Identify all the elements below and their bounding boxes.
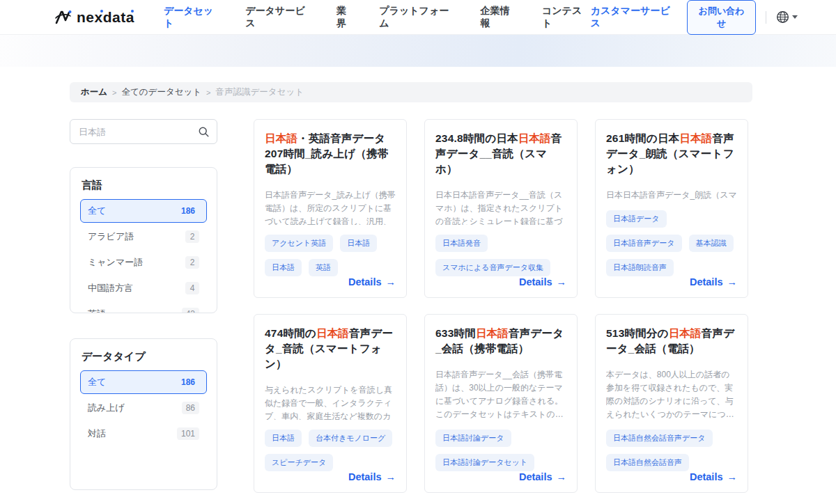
dataset-tags: 日本語討論データ 日本語討論データセット xyxy=(435,430,566,471)
breadcrumb-current: 音声認識データセット xyxy=(216,86,304,98)
dataset-title: 633時間日本語音声データ_会話（携帯電話） xyxy=(435,326,566,356)
filter-count: 101 xyxy=(177,427,199,440)
details-link[interactable]: Details → xyxy=(690,471,737,482)
language-filter-burmese[interactable]: ミャンマー語 2 xyxy=(80,251,207,274)
dataset-tag[interactable]: 日本語データ xyxy=(606,210,667,228)
details-link[interactable]: Details → xyxy=(348,276,396,288)
dataset-card[interactable]: 513時間分の日本語音声データ_会話（電話） 本データは、800人以上の話者の参… xyxy=(595,314,748,493)
filter-sidebar: 言語 全て 186 アラビア語 2 ミャンマー語 2 中国語方言 4 xyxy=(70,119,217,493)
dataset-tag[interactable]: 日本語音声データ xyxy=(606,235,682,252)
datatype-filter-panel: データタイプ 全て 186 読み上げ 86 対話 101 xyxy=(70,338,217,490)
datatype-filter-title: データタイプ xyxy=(82,350,207,363)
header-right: カスタマーサービス お問い合わせ xyxy=(591,0,798,35)
nav-item-datasets[interactable]: データセット xyxy=(164,5,222,30)
details-link[interactable]: Details → xyxy=(519,276,566,288)
nav-item-industries[interactable]: 業界 xyxy=(336,5,355,30)
dataset-tag[interactable]: 台本付きモノローグ xyxy=(309,430,392,447)
filter-count: 86 xyxy=(182,402,199,414)
highlighted-keyword: 日本語 xyxy=(316,327,349,339)
dataset-tags: 日本語発音 スマホによる音声データ収集 xyxy=(435,235,566,276)
dataset-tag[interactable]: 日本語 xyxy=(265,259,302,276)
main-nav: データセット データサービス 業界 プラットフォーム 企業情報 コンテスト xyxy=(164,5,591,30)
dataset-tag[interactable]: アクセント英語 xyxy=(265,235,333,252)
breadcrumb-separator: > xyxy=(112,88,116,97)
dataset-tag[interactable]: 英語 xyxy=(309,259,338,276)
nav-item-company[interactable]: 企業情報 xyxy=(480,5,518,30)
filter-label: 英語 xyxy=(88,308,106,313)
dataset-description: 与えられたスクリプトを音読し真似た録音で一般、インタラクティブ、車内、家庭生活な… xyxy=(265,384,396,420)
nav-item-contest[interactable]: コンテスト xyxy=(542,5,591,30)
filter-label: ミャンマー語 xyxy=(88,256,143,269)
breadcrumb-all-datasets[interactable]: 全てのデータセット xyxy=(122,86,202,98)
dataset-card[interactable]: 日本語・英語音声データ207時間_読み上げ（携帯電話） 日本語音声データ_読み上… xyxy=(254,119,407,298)
dataset-tag[interactable]: 日本語自然会話音声データ xyxy=(606,430,713,447)
details-link[interactable]: Details → xyxy=(348,471,396,482)
dataset-tag[interactable]: 基本認識 xyxy=(689,235,734,252)
nexdata-logo[interactable]: nexdata xyxy=(54,9,134,26)
dataset-tags: 日本語 台本付きモノローグ スピーチデータ xyxy=(265,430,396,471)
customer-service-link[interactable]: カスタマーサービス xyxy=(591,5,678,30)
dataset-tag[interactable]: 日本語自然会話音声 xyxy=(606,454,689,471)
dataset-title: 513時間分の日本語音声データ_会話（電話） xyxy=(606,326,737,356)
dataset-description: 日本語音声データ__会話（携帯電話）は、30以上の一般的なテーマに基づいてアナロ… xyxy=(435,368,566,420)
chevron-down-icon xyxy=(792,15,798,19)
dataset-tags: アクセント英語 日本語 日本語 英語 xyxy=(265,235,396,276)
dataset-card[interactable]: 261時間の日本日本語音声データ_朗読（スマートフォン） 日本日本語音声データ_… xyxy=(595,119,748,298)
dataset-title: 261時間の日本日本語音声データ_朗読（スマートフォン） xyxy=(606,131,737,177)
language-filter-chinese-dialect[interactable]: 中国語方言 4 xyxy=(80,276,207,300)
dataset-tags: 日本語自然会話音声データ 日本語自然会話音声 xyxy=(606,430,737,471)
datatype-filter-dialogue[interactable]: 対話 101 xyxy=(80,422,207,446)
search-icon[interactable] xyxy=(198,126,210,138)
filter-label: 読み上げ xyxy=(88,402,125,414)
filter-label: 対話 xyxy=(88,427,106,440)
highlighted-keyword: 日本語 xyxy=(518,132,551,144)
dataset-card[interactable]: 474時間の日本語音声データ_音読（スマートフォン） 与えられたスクリプトを音読… xyxy=(254,314,407,493)
arrow-right-icon: → xyxy=(386,471,396,482)
breadcrumb-separator: > xyxy=(206,88,210,97)
dataset-tag[interactable]: スマホによる音声データ収集 xyxy=(435,259,550,276)
filter-label: 全て xyxy=(88,376,106,388)
nav-item-platform[interactable]: プラットフォーム xyxy=(379,5,456,30)
language-filter-all[interactable]: 全て 186 xyxy=(80,199,207,223)
dataset-description: 日本語音声データ_読み上げ（携帯電話）は、所定のスクリプトに基づいて読み上げて録… xyxy=(265,189,396,225)
highlighted-keyword: 日本語 xyxy=(265,132,297,144)
language-filter-arabic[interactable]: アラビア語 2 xyxy=(80,225,207,249)
language-switcher[interactable] xyxy=(776,10,798,24)
contact-button[interactable]: お問い合わせ xyxy=(687,0,756,35)
filter-label: 中国語方言 xyxy=(88,282,133,294)
hero-band xyxy=(0,35,836,67)
filter-label: 全て xyxy=(88,205,106,217)
dataset-card[interactable]: 234.8時間の日本日本語音声データ__音読（スマホ） 日本日本語音声データ__… xyxy=(424,119,578,298)
breadcrumb-home[interactable]: ホーム xyxy=(81,86,107,98)
details-link[interactable]: Details → xyxy=(690,276,737,288)
dataset-card[interactable]: 633時間日本語音声データ_会話（携帯電話） 日本語音声データ__会話（携帯電話… xyxy=(424,314,578,493)
header-divider xyxy=(766,11,766,24)
datatype-filter-all[interactable]: 全て 186 xyxy=(80,370,207,394)
highlighted-keyword: 日本語 xyxy=(669,327,702,339)
dataset-tag[interactable]: 日本語朗読音声 xyxy=(606,259,674,276)
language-filter-panel: 言語 全て 186 アラビア語 2 ミャンマー語 2 中国語方言 4 xyxy=(70,167,217,313)
dataset-title: 234.8時間の日本日本語音声データ__音読（スマホ） xyxy=(435,131,566,177)
dataset-tag[interactable]: スピーチデータ xyxy=(265,454,333,471)
arrow-right-icon: → xyxy=(386,276,396,288)
dataset-tag[interactable]: 日本語 xyxy=(265,430,302,447)
dataset-tags: 日本語データ 日本語音声データ 基本認識 日本語朗読音声 xyxy=(606,210,737,276)
dataset-tag[interactable]: 日本語討論データ xyxy=(435,430,511,447)
filter-count: 2 xyxy=(185,256,199,269)
breadcrumb: ホーム > 全てのデータセット > 音声認識データセット xyxy=(70,82,752,102)
dataset-tag[interactable]: 日本語討論データセット xyxy=(435,454,534,471)
language-filter-english[interactable]: 英語 43 xyxy=(80,302,207,313)
filter-label: アラビア語 xyxy=(88,230,134,243)
search-input[interactable] xyxy=(79,127,198,137)
details-link[interactable]: Details → xyxy=(519,471,566,482)
language-filter-title: 言語 xyxy=(82,179,207,192)
arrow-right-icon: → xyxy=(557,276,567,288)
dataset-tag[interactable]: 日本語 xyxy=(340,235,377,252)
filter-count: 43 xyxy=(182,308,199,313)
dataset-tag[interactable]: 日本語発音 xyxy=(435,235,488,252)
nav-item-data-services[interactable]: データサービス xyxy=(245,5,313,30)
datatype-filter-reading[interactable]: 読み上げ 86 xyxy=(80,396,207,420)
logo-blue-dot xyxy=(100,10,103,13)
nexdata-wordmark: nexdata xyxy=(77,9,134,26)
dataset-description: 日本日本語音声データ__音読（スマホ）は、指定されたスクリプトの音読とシミュレー… xyxy=(435,189,566,225)
